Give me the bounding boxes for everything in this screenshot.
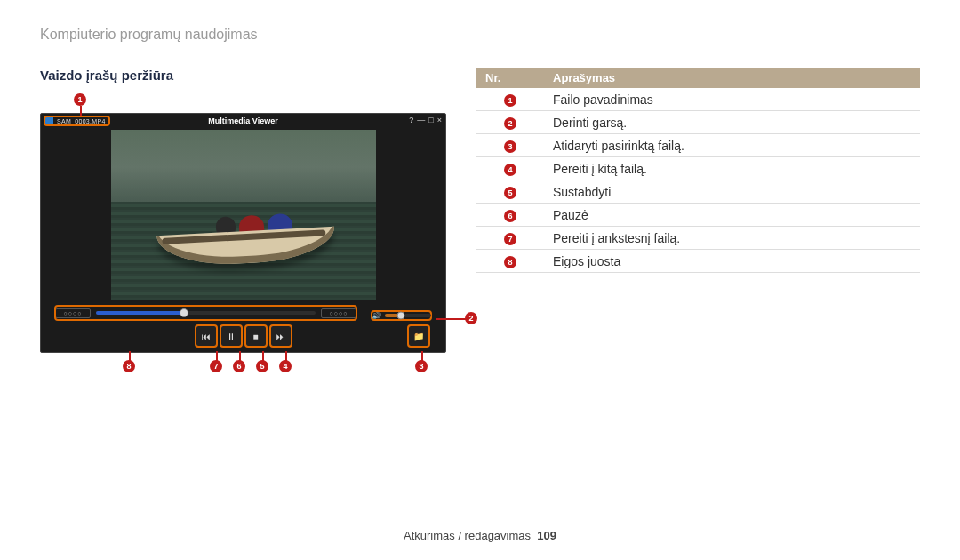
filename-label: SAM_0003.MP4 bbox=[57, 118, 106, 124]
time-total: ○○○○ bbox=[321, 308, 356, 318]
page-footer: Atkūrimas / redagavimas 109 bbox=[0, 529, 960, 542]
chapter-title: Kompiuterio programų naudojimas bbox=[40, 27, 920, 43]
open-file-button[interactable]: 📁 bbox=[408, 325, 429, 347]
progress-group: ○○○○ ○○○○ bbox=[55, 306, 356, 320]
callout-3: 3 bbox=[415, 360, 428, 372]
th-desc: Aprašymas bbox=[544, 68, 920, 88]
transport-buttons: ⏮ ⏸ ■ ⏭ bbox=[41, 325, 445, 347]
callout-7: 7 bbox=[210, 360, 222, 372]
table-row: 2Derinti garsą. bbox=[476, 111, 920, 134]
prev-button[interactable]: ⏮ bbox=[196, 325, 217, 347]
stop-button[interactable]: ■ bbox=[245, 325, 267, 347]
volume-slider[interactable] bbox=[385, 314, 431, 317]
callout-2: 2 bbox=[465, 312, 477, 324]
callout-8: 8 bbox=[123, 360, 135, 372]
progress-bar[interactable] bbox=[96, 311, 316, 315]
row-text: Pauzė bbox=[544, 204, 920, 227]
row-num: 3 bbox=[504, 140, 516, 153]
row-text: Pereiti į kitą failą. bbox=[544, 157, 920, 180]
help-button[interactable]: ? bbox=[409, 116, 413, 124]
close-button[interactable]: × bbox=[437, 116, 442, 124]
row-text: Sustabdyti bbox=[544, 180, 920, 204]
table-row: 5Sustabdyti bbox=[476, 180, 920, 204]
table-row: 3Atidaryti pasirinktą failą. bbox=[476, 134, 920, 157]
row-num: 6 bbox=[504, 210, 516, 222]
time-elapsed: ○○○○ bbox=[55, 308, 91, 318]
titlebar: SAM_0003.MP4 Multimedia Viewer ? — □ × bbox=[41, 114, 445, 128]
row-text: Atidaryti pasirinktą failą. bbox=[544, 134, 920, 157]
volume-group: 🔊 bbox=[372, 311, 431, 320]
app-title: Multimedia Viewer bbox=[208, 116, 277, 125]
th-nr: Nr. bbox=[476, 68, 544, 88]
row-text: Failo pavadinimas bbox=[544, 88, 920, 111]
row-num: 4 bbox=[504, 164, 516, 176]
row-num: 8 bbox=[504, 256, 516, 268]
row-num: 2 bbox=[504, 117, 516, 130]
pause-button[interactable]: ⏸ bbox=[220, 325, 242, 347]
callout-5: 5 bbox=[256, 360, 268, 372]
description-table: Nr. Aprašymas 1Failo pavadinimas 2Derint… bbox=[476, 68, 920, 273]
speaker-icon[interactable]: 🔊 bbox=[372, 311, 381, 320]
row-num: 1 bbox=[504, 94, 516, 107]
table-row: 6Pauzė bbox=[476, 204, 920, 227]
next-button[interactable]: ⏭ bbox=[270, 325, 292, 347]
callout-4: 4 bbox=[279, 360, 292, 372]
row-text: Pereiti į ankstesnį failą. bbox=[544, 227, 920, 250]
table-row: 7Pereiti į ankstesnį failą. bbox=[476, 227, 920, 250]
player-stage: 1 SAM_0003.MP4 Multimedia Viewer ? — □ bbox=[40, 95, 453, 362]
table-row: 4Pereiti į kitą failą. bbox=[476, 157, 920, 180]
callout-6: 6 bbox=[233, 360, 245, 372]
footer-section: Atkūrimas / redagavimas bbox=[404, 529, 531, 542]
footer-page: 109 bbox=[537, 529, 556, 542]
row-text: Eigos juosta bbox=[544, 250, 920, 273]
video-area[interactable] bbox=[111, 130, 376, 300]
file-icon bbox=[44, 116, 53, 125]
maximize-button[interactable]: □ bbox=[428, 116, 433, 124]
media-player-window: SAM_0003.MP4 Multimedia Viewer ? — □ × bbox=[40, 113, 446, 353]
callout-1: 1 bbox=[74, 93, 86, 106]
minimize-button[interactable]: — bbox=[417, 116, 425, 124]
row-text: Derinti garsą. bbox=[544, 111, 920, 134]
table-row: 8Eigos juosta bbox=[476, 250, 920, 273]
section-title: Vaizdo įrašų peržiūra bbox=[40, 68, 453, 83]
table-row: 1Failo pavadinimas bbox=[476, 88, 920, 111]
row-num: 7 bbox=[504, 233, 516, 245]
row-num: 5 bbox=[504, 187, 516, 199]
